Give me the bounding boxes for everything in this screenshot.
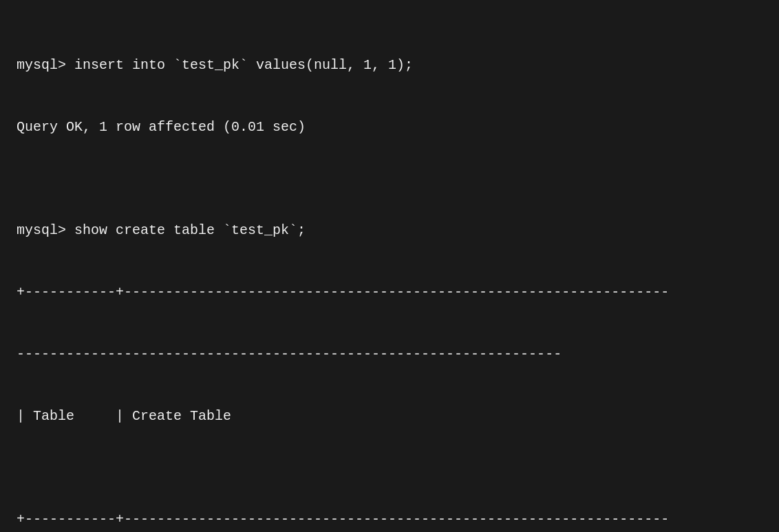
- line-div3: +-----------+---------------------------…: [17, 509, 762, 530]
- line-div2: ----------------------------------------…: [17, 344, 762, 365]
- line-div1: +-----------+---------------------------…: [17, 282, 762, 303]
- line-insert-cmd: mysql> insert into `test_pk` values(null…: [17, 55, 762, 76]
- line-header: | Table | Create Table: [17, 406, 762, 427]
- line-query-ok: Query OK, 1 row affected (0.01 sec): [17, 117, 762, 138]
- line-show-cmd: mysql> show create table `test_pk`;: [17, 220, 762, 241]
- terminal-window: mysql> insert into `test_pk` values(null…: [0, 0, 779, 532]
